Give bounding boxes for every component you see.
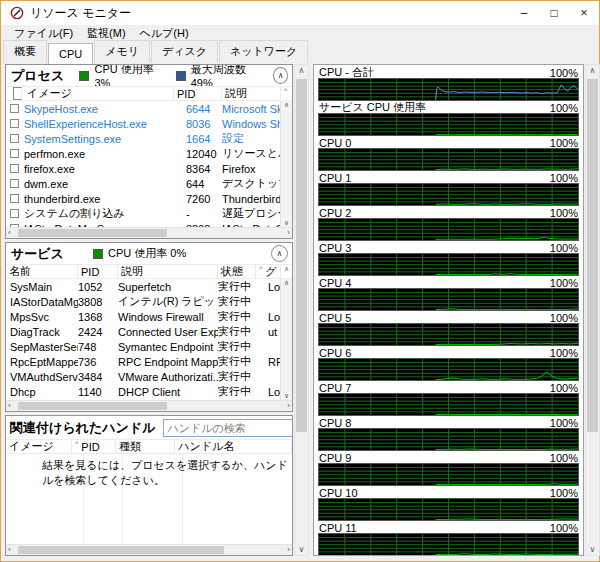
tab-ディスク[interactable]: ディスク bbox=[151, 40, 218, 63]
graph-label: サービス CPU 使用率100% bbox=[319, 101, 578, 114]
service-row[interactable]: VMAuthdService3484VMware Authorizati...実… bbox=[6, 369, 292, 384]
process-row[interactable]: ShellExperienceHost.exe8036Windows Shell… bbox=[6, 116, 292, 131]
cpu-graph-block: CPU 3100% bbox=[319, 241, 578, 276]
scroll-right-icon[interactable]: › bbox=[287, 401, 290, 410]
cpu-usage-chart bbox=[319, 184, 578, 205]
scroll-up-icon[interactable]: ^ bbox=[281, 84, 292, 97]
graph-max-label: 100% bbox=[550, 417, 578, 429]
column-pid[interactable]: PID bbox=[78, 265, 118, 278]
process-vertical-scrollbar[interactable]: ∧ ∨ bbox=[280, 101, 292, 227]
process-section-title: プロセス bbox=[11, 67, 79, 85]
column-state[interactable]: 状態 bbox=[218, 265, 256, 278]
scroll-up-icon[interactable]: ∧ bbox=[284, 279, 289, 287]
handles-column-header: イメージ ^ PID 種類 ハンドル名 bbox=[6, 439, 292, 454]
services-collapse-button[interactable]: ∧ bbox=[271, 245, 288, 262]
row-checkbox[interactable] bbox=[10, 179, 19, 188]
handles-horizontal-scrollbar[interactable]: ‹ › bbox=[6, 544, 292, 555]
service-name: RpcEptMapper bbox=[6, 356, 78, 368]
scroll-right-icon[interactable]: › bbox=[287, 545, 290, 554]
process-row[interactable]: システムの割り込み-遅延プロシージャ呼び出しと割り込 bbox=[6, 206, 292, 221]
service-row[interactable]: IAStorDataMgrSvc3808インテル(R) ラピッド・ス...実行中 bbox=[6, 294, 292, 309]
row-checkbox[interactable] bbox=[10, 104, 19, 113]
process-image: システムの割り込み bbox=[24, 206, 174, 221]
column-name[interactable]: 名前 bbox=[6, 265, 78, 278]
process-row[interactable]: thunderbird.exe7260Thunderbird bbox=[6, 191, 292, 206]
graph-title: CPU 10 bbox=[319, 487, 358, 499]
process-row[interactable]: SystemSettings.exe1664設定 bbox=[6, 131, 292, 146]
tab-ネットワーク[interactable]: ネットワーク bbox=[219, 40, 308, 63]
tab-メモリ[interactable]: メモリ bbox=[94, 40, 150, 63]
minimize-button[interactable]: – bbox=[509, 1, 539, 25]
menu-item[interactable]: ファイル(F) bbox=[7, 26, 80, 41]
column-image[interactable]: イメージ bbox=[24, 87, 174, 100]
service-state: 実行中 bbox=[218, 279, 268, 294]
row-checkbox[interactable] bbox=[10, 164, 19, 173]
process-horizontal-scrollbar[interactable]: ‹ › bbox=[6, 227, 292, 238]
column-group[interactable]: グ bbox=[262, 265, 281, 278]
scroll-up-icon[interactable]: ∧ bbox=[284, 101, 289, 109]
scroll-up-icon[interactable]: ∧ bbox=[295, 66, 308, 75]
select-all-checkbox[interactable] bbox=[13, 87, 22, 100]
scroll-down-icon[interactable]: ∨ bbox=[586, 545, 599, 554]
process-row[interactable]: perfmon.exe12040リソースとパフォーマンス モニター bbox=[6, 146, 292, 161]
process-pid: 1664 bbox=[174, 133, 222, 145]
row-checkbox[interactable] bbox=[10, 134, 19, 143]
handle-search-input[interactable] bbox=[164, 422, 293, 434]
row-checkbox[interactable] bbox=[10, 149, 19, 158]
cpu-panel-scrollbar[interactable]: ∧ ∨ bbox=[585, 64, 600, 556]
process-row[interactable]: firefox.exe8364Firefox bbox=[6, 161, 292, 176]
scroll-up-icon[interactable]: ∧ bbox=[586, 66, 599, 75]
scrollbar-thumb[interactable] bbox=[18, 402, 167, 410]
row-checkbox[interactable] bbox=[10, 194, 19, 203]
scroll-left-icon[interactable]: ‹ bbox=[8, 545, 11, 554]
legend-swatch bbox=[176, 71, 186, 81]
menu-item[interactable]: ヘルプ(H) bbox=[133, 26, 196, 41]
scroll-up-icon[interactable]: ∧ bbox=[281, 262, 292, 275]
services-vertical-scrollbar[interactable]: ∧ ∨ bbox=[280, 279, 292, 400]
row-checkbox[interactable] bbox=[10, 209, 19, 218]
column-image[interactable]: イメージ bbox=[6, 440, 72, 453]
column-pid[interactable]: PID bbox=[174, 87, 222, 100]
service-row[interactable]: SysMain1052Superfetch実行中Lo bbox=[6, 279, 292, 294]
service-name: DiagTrack bbox=[6, 326, 78, 338]
process-collapse-button[interactable]: ∧ bbox=[273, 67, 288, 84]
scroll-down-icon[interactable]: ∨ bbox=[284, 392, 289, 400]
service-pid: 1052 bbox=[78, 281, 118, 293]
maximize-button[interactable]: □ bbox=[539, 1, 569, 25]
column-desc[interactable]: 説明 bbox=[118, 265, 218, 278]
menu-item[interactable]: 監視(M) bbox=[80, 26, 133, 41]
process-row[interactable]: SkypeHost.exe6644Microsoft Skype bbox=[6, 101, 292, 116]
legend-swatch bbox=[93, 249, 103, 259]
scrollbar-thumb[interactable] bbox=[296, 79, 307, 432]
scrollbar-thumb[interactable] bbox=[587, 79, 598, 432]
cpu-usage-chart bbox=[319, 534, 578, 555]
column-handle-name[interactable]: ハンドル名 bbox=[175, 440, 292, 453]
service-row[interactable]: Dhcp1140DHCP Client実行中Lo bbox=[6, 384, 292, 399]
process-row[interactable]: dwm.exe644デスクトップ ウィンドウ マネージャー bbox=[6, 176, 292, 191]
tab-概要[interactable]: 概要 bbox=[3, 40, 47, 63]
service-row[interactable]: SepMasterService748Symantec Endpoint ...… bbox=[6, 339, 292, 354]
scroll-down-icon[interactable]: ∨ bbox=[284, 219, 289, 227]
left-pane-scrollbar[interactable]: ∧ ∨ bbox=[294, 64, 309, 556]
service-desc: Symantec Endpoint ... bbox=[118, 341, 218, 353]
service-rows: SysMain1052Superfetch実行中LoIAStorDataMgrS… bbox=[6, 279, 292, 400]
column-pid[interactable]: PID bbox=[78, 440, 116, 453]
service-name: VMAuthdService bbox=[6, 371, 78, 383]
tab-CPU[interactable]: CPU bbox=[48, 43, 93, 64]
cpu-usage-chart bbox=[319, 394, 578, 415]
service-row[interactable]: MpsSvc1368Windows Firewall実行中Lo bbox=[6, 309, 292, 324]
close-button[interactable]: × bbox=[569, 1, 599, 25]
service-row[interactable]: RpcEptMapper736RPC Endpoint Mapp...実行中RP bbox=[6, 354, 292, 369]
scroll-down-icon[interactable]: ∨ bbox=[295, 545, 308, 554]
scroll-left-icon[interactable]: ‹ bbox=[8, 401, 11, 410]
scroll-left-icon[interactable]: ‹ bbox=[8, 228, 11, 237]
row-checkbox[interactable] bbox=[10, 119, 19, 128]
scrollbar-thumb[interactable] bbox=[18, 546, 224, 554]
column-desc[interactable]: 説明 bbox=[222, 87, 281, 100]
legend-label: CPU 使用率 0% bbox=[108, 246, 186, 261]
services-horizontal-scrollbar[interactable]: ‹ › bbox=[6, 400, 292, 411]
scroll-right-icon[interactable]: › bbox=[287, 228, 290, 237]
service-row[interactable]: DiagTrack2424Connected User Exp...実行中ut bbox=[6, 324, 292, 339]
column-type[interactable]: 種類 bbox=[116, 440, 175, 453]
scrollbar-thumb[interactable] bbox=[18, 229, 167, 237]
